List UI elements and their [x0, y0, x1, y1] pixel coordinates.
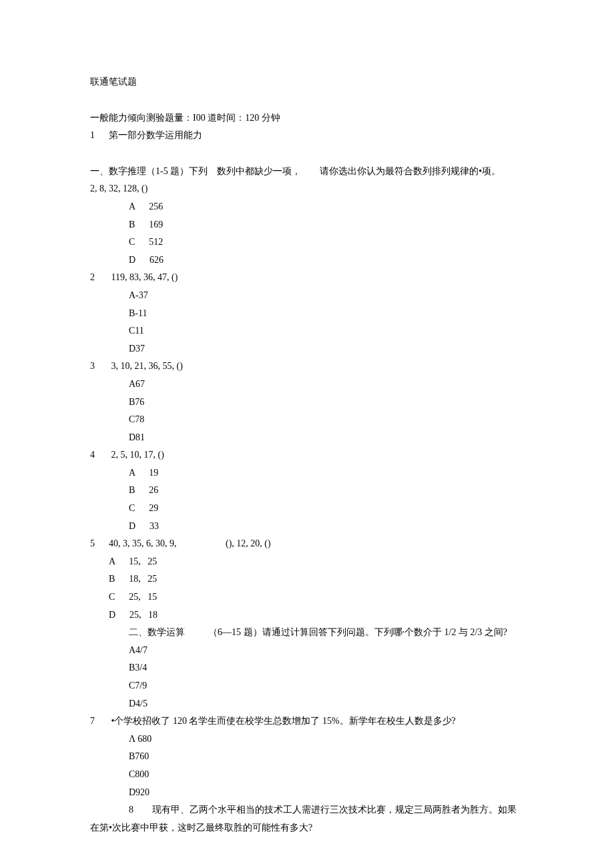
q1-option-c: C 512 — [90, 234, 524, 252]
q4-stem: 4 2, 5, 10, 17, () — [90, 446, 524, 464]
q2-option-d: D37 — [90, 340, 524, 358]
q7-stem: 7 •个学校招收了 120 名学生而使在校学生总数增加了 15%。新学年在校生人… — [90, 713, 524, 731]
q2-option-b: B-11 — [90, 305, 524, 323]
q8-stem-line2: 在第•次比赛中甲获，这时乙最终取胜的可能性有多大? — [90, 819, 524, 837]
q1-option-d: D 626 — [90, 252, 524, 270]
q2-stem: 2 119, 83, 36, 47, () — [90, 269, 524, 287]
q2-option-c: C11 — [90, 322, 524, 340]
q5-option-d: D 25, 18 — [90, 606, 524, 624]
q7-option-b: B760 — [90, 748, 524, 766]
spacer — [90, 145, 524, 163]
q5-option-a: A 15, 25 — [90, 553, 524, 571]
q4-option-d: D 33 — [90, 518, 524, 536]
q6-option-d: D4/5 — [90, 695, 524, 713]
q6-option-b: B3/4 — [90, 659, 524, 677]
q3-stem: 3 3, 10, 21, 36, 55, () — [90, 358, 524, 376]
spacer — [90, 91, 524, 109]
q5-option-c: C 25, 15 — [90, 588, 524, 606]
q3-option-a: A67 — [90, 376, 524, 394]
q1-stem: 2, 8, 32, 128, () — [90, 180, 524, 198]
q4-option-a: A 19 — [90, 464, 524, 482]
intro-line: 一般能力倾向测验题量：I00 道时间：120 分钟 — [90, 109, 524, 127]
q5-stem: 5 40, 3, 35, 6, 30, 9, (), 12, 20, () — [90, 535, 524, 553]
doc-title: 联通笔试题 — [90, 73, 524, 91]
document-page: 联通笔试题 一般能力倾向测验题量：I00 道时间：120 分钟 1 第一部分数学… — [0, 0, 614, 868]
q4-option-c: C 29 — [90, 500, 524, 518]
q3-option-d: D81 — [90, 429, 524, 447]
q6-option-a: A4/7 — [90, 642, 524, 660]
part1-heading: 1 第一部分数学运用能力 — [90, 127, 524, 145]
q7-option-c: C800 — [90, 766, 524, 784]
q5-option-b: B 18, 25 — [90, 570, 524, 588]
q7-option-a: Λ 680 — [90, 731, 524, 749]
q4-option-b: B 26 — [90, 482, 524, 500]
section1-header: 一、数字推理（1-5 题）下列 数列中都缺少一项， 请你选出你认为最符合数列排列… — [90, 163, 524, 181]
q3-option-b: B76 — [90, 394, 524, 412]
q8-stem-line1: 8 现有甲、乙两个水平相当的技术工人需进行三次技术比赛，规定三局两胜者为胜方。如… — [90, 801, 524, 819]
q6-option-c: C7/9 — [90, 677, 524, 695]
q3-option-c: C78 — [90, 411, 524, 429]
q1-option-a: A 256 — [90, 198, 524, 216]
q1-option-b: B 169 — [90, 216, 524, 234]
section2-header: 二、数学运算 （6—15 题）请通过计算回答下列问题。下列哪·个数介于 1/2 … — [90, 624, 524, 642]
q2-option-a: A-37 — [90, 287, 524, 305]
q7-option-d: D920 — [90, 784, 524, 802]
